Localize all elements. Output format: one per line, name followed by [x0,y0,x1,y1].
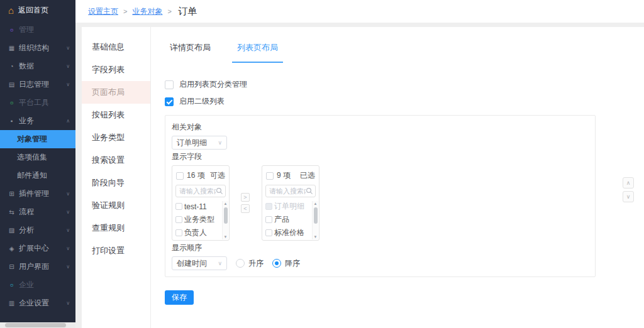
field-checkbox[interactable] [175,203,182,210]
move-panel-down-button[interactable]: ∨ [623,191,634,202]
chevron-down-icon: ∨ [218,139,222,146]
chevron-down-icon: ∨ [66,45,70,51]
secondary-list-label: 启用二级列表 [179,96,225,107]
selected-tag: 已选 [300,170,315,181]
breadcrumb-link-settings-home[interactable]: 设置主页 [88,6,118,17]
available-select-all-checkbox[interactable] [176,172,184,180]
menu-item-stage-wizard[interactable]: 阶段向导 [82,172,150,194]
tab-detail-page-layout[interactable]: 详情页布局 [165,36,216,63]
menu-item-page-layout[interactable]: 页面布局 [82,81,150,104]
menu-item-field-list[interactable]: 字段列表 [82,58,150,81]
org-structure-icon: ▦ [8,45,16,52]
move-left-button[interactable]: < [241,204,250,213]
sidebar-subitem-option-value-sets[interactable]: 选项值集 [0,148,75,167]
settings-menu: 基础信息 字段列表 页面布局 按钮列表 业务类型 搜索设置 阶段向导 验证规则 … [82,27,151,328]
display-fields-label: 显示字段 [172,151,589,162]
breadcrumb-separator-icon: > [167,8,171,15]
ascending-radio[interactable] [236,259,245,268]
menu-item-basic-info[interactable]: 基础信息 [82,36,150,58]
scrollbar-thumb[interactable] [314,207,318,224]
sidebar-item-plugin-management[interactable]: ⊞ 插件管理 ∨ [0,185,75,203]
field-checkbox[interactable] [265,216,272,223]
chevron-down-icon: ∨ [66,191,70,197]
horizontal-scrollbar[interactable] [0,322,75,328]
list-item[interactable]: test-11 [175,200,221,213]
category-management-label: 启用列表页分类管理 [179,79,247,90]
secondary-list-checkbox[interactable] [165,97,174,106]
transfer-buttons: > < [241,193,250,213]
sidebar-item-org-structure[interactable]: ▦ 组织结构 ∨ [0,39,75,57]
scroll-down-icon[interactable]: ▼ [314,234,318,239]
available-search [175,185,226,197]
sidebar-item-enterprise[interactable]: ○ 企业 [0,276,75,294]
chevron-down-icon: ∨ [66,300,70,306]
sidebar-item-extension-center[interactable]: ◈ 扩展中心 ∨ [0,239,75,258]
sidebar-item-business[interactable]: ▪ 业务 ∧ [0,112,75,130]
menu-item-button-list[interactable]: 按钮列表 [82,104,150,126]
sidebar-item-workflow[interactable]: ⇆ 流程 ∨ [0,203,75,221]
list-item[interactable]: 业务类型 [175,213,221,226]
menu-item-validation-rules[interactable]: 验证规则 [82,194,150,217]
descending-radio[interactable] [272,259,281,268]
breadcrumb-link-business-objects[interactable]: 业务对象 [132,6,162,17]
related-object-select[interactable]: 订单明细 ∨ [172,136,227,150]
available-fields-header: 16 项 可选 [172,166,229,183]
sidebar-item-log-management[interactable]: ▤ 日志管理 ∨ [0,75,75,94]
scroll-up-icon[interactable]: ▲ [224,201,228,206]
scrollbar-thumb[interactable] [224,207,228,224]
selected-fields-header: 9 项 已选 [262,166,319,183]
chevron-down-icon: ∨ [66,209,70,215]
back-to-home-button[interactable]: ⌂ 返回首页 [0,0,75,21]
field-checkbox[interactable] [265,229,272,236]
category-management-checkbox[interactable] [165,80,174,89]
chevron-down-icon: ∨ [626,194,631,200]
breadcrumb-separator-icon: > [123,8,127,15]
move-right-button[interactable]: > [241,193,250,202]
selected-search [265,185,316,197]
field-checkbox[interactable] [175,216,182,223]
order-field-value: 创建时间 [177,258,207,269]
search-icon [216,187,223,195]
menu-item-print-settings[interactable]: 打印设置 [82,239,150,262]
list-item[interactable]: 产品 [265,213,311,226]
scroll-up-icon[interactable]: ▲ [314,201,318,206]
sidebar-item-enterprise-settings[interactable]: ▥ 企业设置 ∨ [0,294,75,312]
order-field-select[interactable]: 创建时间 ∨ [172,256,227,270]
ascending-option[interactable]: 升序 [236,258,264,269]
user-interface-icon: ⊟ [8,263,16,270]
sidebar-subitem-object-management[interactable]: 对象管理 [0,130,75,148]
sidebar-item-analysis[interactable]: ▨ 分析 ∨ [0,221,75,239]
option-secondary-list[interactable]: 启用二级列表 [165,96,644,107]
platform-tools-dot-icon: ○ [8,99,16,106]
sidebar-item-management[interactable]: ○ 管理 [0,21,75,39]
sidebar-item-platform-tools[interactable]: ○ 平台工具 [0,94,75,112]
list-item[interactable]: 标准价格 [265,226,311,239]
sidebar: ⌂ 返回首页 ○ 管理 ▦ 组织结构 ∨ ◔ 数据 ∨ ▤ 日志管理 ∨ ○ 平… [0,0,75,322]
move-panel-up-button[interactable]: ∧ [623,177,634,189]
menu-item-search-settings[interactable]: 搜索设置 [82,149,150,172]
selected-select-all-checkbox[interactable] [266,172,274,180]
descending-option[interactable]: 降序 [272,258,300,269]
sidebar-item-data[interactable]: ◔ 数据 ∨ [0,57,75,75]
available-fields-box: 16 项 可选 test-11 [172,165,230,241]
available-list-scrollbar[interactable]: ▲ ▼ [222,201,228,239]
selected-list-scrollbar[interactable]: ▲ ▼ [312,201,318,239]
chevron-down-icon: ∨ [66,246,70,251]
field-checkbox[interactable] [175,229,182,236]
menu-item-dedup-rules[interactable]: 查重规则 [82,217,150,239]
plugin-icon: ⊞ [8,190,16,197]
tab-content: 详情页布局 列表页布局 启用列表页分类管理 启用二级列表 相关对象 订单明细 ∨ [151,27,644,328]
option-category-management[interactable]: 启用列表页分类管理 [165,79,644,90]
descending-label: 降序 [285,258,300,269]
chevron-down-icon: ∨ [66,264,70,270]
tab-list-page-layout[interactable]: 列表页布局 [232,36,283,63]
horizontal-scrollbar-thumb[interactable] [5,323,66,327]
enterprise-dot-icon: ○ [8,282,16,288]
scroll-down-icon[interactable]: ▼ [224,234,228,239]
list-item[interactable]: 负责人 [175,226,221,239]
save-button[interactable]: 保存 [165,290,194,305]
sidebar-item-user-interface[interactable]: ⊟ 用户界面 ∨ [0,258,75,276]
menu-item-business-type[interactable]: 业务类型 [82,126,150,149]
available-count: 16 项 [187,170,207,181]
sidebar-subitem-email-notification[interactable]: 邮件通知 [0,167,75,185]
